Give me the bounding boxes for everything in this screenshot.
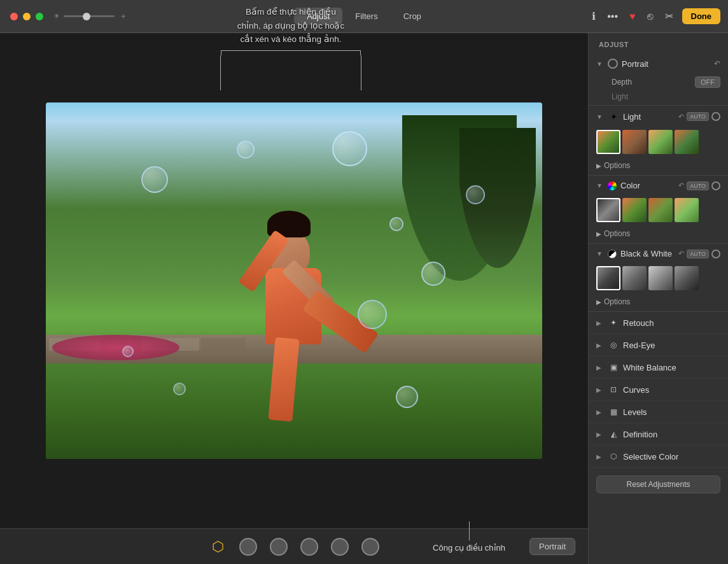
bw-thumb-3[interactable] [648, 266, 673, 290]
red-eye-icon: ◎ [608, 339, 619, 351]
bw-toggle[interactable] [711, 250, 720, 258]
tools-button[interactable]: ✂ [662, 8, 676, 25]
white-balance-item[interactable]: ▶ ▣ White Balance [589, 356, 728, 379]
red-eye-item[interactable]: ▶ ◎ Red-Eye [589, 334, 728, 356]
tab-filters[interactable]: Filters [342, 8, 390, 25]
bw-thumb-1[interactable] [596, 266, 620, 290]
bw-section-row[interactable]: ▼ Black & White ↶ AUTO [589, 244, 728, 264]
light-thumb-1[interactable] [596, 130, 620, 154]
color-options-label: Options [604, 229, 630, 238]
maximize-button[interactable] [36, 13, 43, 20]
bw-thumb-2[interactable] [622, 266, 647, 290]
light-section: ▼ ✦ Light ↶ AUTO ▶ [589, 106, 728, 176]
title-bar: ☀ + Adjust Filters Crop ℹ ••• ♥ ⎋ ✂ Done [0, 0, 728, 33]
bw-options-label: Options [604, 297, 630, 306]
light-thumb-4[interactable] [675, 130, 699, 154]
light-section-row[interactable]: ▼ ✦ Light ↶ AUTO [589, 106, 728, 127]
favorite-button[interactable]: ♥ [627, 8, 638, 25]
retouch-chevron-icon: ▶ [596, 320, 604, 327]
definition-label: Definition [623, 430, 657, 439]
tool-btn-1[interactable] [239, 538, 257, 556]
brightness-slider[interactable] [64, 15, 115, 17]
tool-btn-4[interactable] [331, 538, 349, 556]
light-toggle[interactable] [711, 112, 720, 121]
bw-chevron-icon: ▼ [596, 250, 604, 257]
tool-cube-btn[interactable]: ⬡ [209, 538, 227, 556]
color-options-row: ▶ Options [589, 227, 728, 243]
color-reset-icon[interactable]: ↶ [678, 181, 684, 190]
reset-adjustments-btn[interactable]: Reset Adjustments [596, 476, 720, 493]
portrait-icon [608, 59, 618, 69]
color-thumb-3[interactable] [648, 198, 673, 222]
portrait-row[interactable]: ▼ Portrait ↶ [589, 53, 728, 74]
bw-reset-icon[interactable]: ↶ [678, 250, 684, 258]
white-balance-chevron-icon: ▶ [596, 364, 604, 371]
tab-adjust[interactable]: Adjust [294, 8, 342, 25]
light-icon: ✦ [608, 111, 619, 122]
levels-label: Levels [623, 407, 647, 417]
depth-toggle-btn[interactable]: OFF [695, 76, 720, 88]
more-button[interactable]: ••• [605, 8, 620, 25]
color-toggle[interactable] [711, 181, 720, 190]
color-options-chevron-icon: ▶ [596, 230, 601, 237]
tool-btn-2[interactable] [270, 538, 288, 556]
photo-frame [46, 102, 542, 459]
selective-color-item[interactable]: ▶ ⬡ Selective Color [589, 446, 728, 468]
tool-btn-5[interactable] [361, 538, 379, 556]
portrait-chevron-icon: ▼ [596, 60, 604, 67]
color-chevron-icon: ▼ [596, 182, 604, 189]
retouch-item[interactable]: ▶ ✦ Retouch [589, 312, 728, 334]
selective-color-icon: ⬡ [608, 451, 619, 462]
levels-chevron-icon: ▶ [596, 409, 604, 416]
bw-options-btn[interactable]: ▶ Options [596, 297, 720, 306]
portrait-mode-button[interactable]: Portrait [529, 538, 575, 555]
definition-item[interactable]: ▶ ◭ Definition [589, 423, 728, 446]
done-button[interactable]: Done [682, 8, 721, 24]
selective-color-label: Selective Color [623, 452, 678, 462]
slider-plus-icon: + [121, 11, 126, 21]
light-auto-badge[interactable]: AUTO [687, 112, 709, 121]
color-thumb-2[interactable] [622, 198, 647, 222]
levels-item[interactable]: ▶ ▦ Levels [589, 401, 728, 423]
retouch-label: Retouch [623, 318, 654, 328]
bw-thumb-4[interactable] [675, 266, 699, 290]
color-actions: ↶ AUTO [678, 181, 720, 190]
light-thumb-3[interactable] [648, 130, 673, 154]
light-reset-icon[interactable]: ↶ [678, 113, 684, 121]
light-thumbnails [589, 127, 728, 159]
traffic-lights [10, 13, 43, 20]
color-options-btn[interactable]: ▶ Options [596, 229, 720, 238]
main-content: ⬡ Portrait ADJUST ▼ Portrait ↶ [0, 33, 728, 564]
selective-color-chevron-icon: ▶ [596, 453, 604, 460]
close-button[interactable] [10, 13, 18, 20]
light-options-btn[interactable]: ▶ Options [596, 161, 720, 170]
definition-chevron-icon: ▶ [596, 431, 604, 438]
white-balance-label: White Balance [623, 363, 676, 372]
color-thumb-4[interactable] [675, 198, 699, 222]
info-button[interactable]: ℹ [589, 8, 598, 25]
light-options-row: ▶ Options [589, 159, 728, 175]
color-auto-badge[interactable]: AUTO [687, 181, 709, 190]
curves-item[interactable]: ▶ ⊡ Curves [589, 379, 728, 401]
light-chevron-icon: ▼ [596, 113, 604, 120]
title-bar-right: ℹ ••• ♥ ⎋ ✂ Done [589, 8, 720, 25]
bw-icon [608, 250, 617, 258]
minimize-button[interactable] [23, 13, 31, 20]
tab-crop[interactable]: Crop [391, 8, 434, 25]
color-label: Color [620, 181, 675, 190]
bw-auto-badge[interactable]: AUTO [687, 250, 709, 258]
color-thumbnails [589, 195, 728, 227]
bottom-toolbar: ⬡ Portrait [0, 528, 588, 564]
share-button[interactable]: ⎋ [645, 8, 656, 25]
color-thumb-1[interactable] [596, 198, 620, 222]
light-options-label: Options [604, 161, 630, 170]
photo-container [0, 33, 588, 528]
red-eye-label: Red-Eye [623, 341, 655, 350]
portrait-undo-icon[interactable]: ↶ [714, 59, 720, 68]
light-thumb-2[interactable] [622, 130, 647, 154]
tool-btn-3[interactable] [300, 538, 318, 556]
curves-chevron-icon: ▶ [596, 386, 604, 393]
color-section-row[interactable]: ▼ Color ↶ AUTO [589, 176, 728, 195]
white-balance-icon: ▣ [608, 362, 619, 373]
photo-area: ⬡ Portrait [0, 33, 588, 564]
